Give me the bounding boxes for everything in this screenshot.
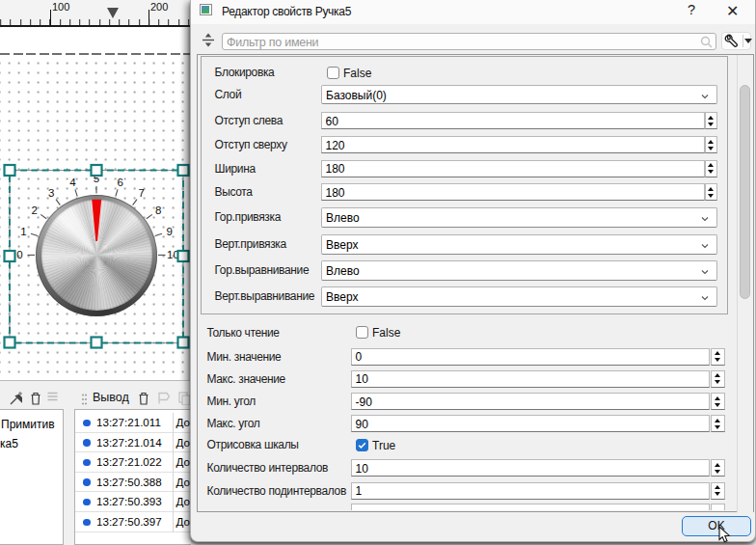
svg-text:2: 2	[31, 204, 37, 216]
svg-text:6: 6	[117, 177, 122, 188]
svg-text:1: 1	[20, 226, 26, 237]
svg-text:3: 3	[48, 187, 54, 199]
svg-text:9: 9	[166, 226, 172, 237]
svg-text:4: 4	[69, 177, 76, 188]
svg-text:7: 7	[138, 187, 144, 199]
svg-text:0: 0	[16, 249, 22, 260]
svg-text:8: 8	[155, 204, 161, 216]
